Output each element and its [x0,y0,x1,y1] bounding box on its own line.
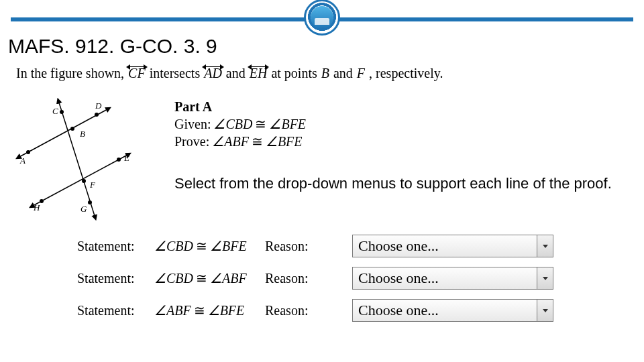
segment-AD: AD [204,66,222,81]
logo-inner-icon [311,6,333,29]
segment-EH: EH [250,66,268,81]
reason-label: Reason: [265,303,325,318]
point-B: B [321,66,329,81]
congruent-symbol: ≅ [252,133,263,149]
proof-row: Statement: ∠CBD ≅ ∠ABF Reason: Choose on… [77,267,627,290]
chevron-down-icon [537,267,553,289]
given-rhs: ∠BFE [269,116,306,132]
svg-point-8 [82,179,86,183]
district-logo [304,0,340,36]
dropdown-value: Choose one... [358,302,439,319]
congruent-symbol: ≅ [196,238,207,254]
congruent-symbol: ≅ [196,270,207,286]
line-over-icon [203,63,223,70]
given-label: Given: [174,117,211,132]
given-lhs: ∠CBD [213,116,252,132]
line-over-icon [127,63,147,70]
svg-point-6 [95,113,99,117]
statement-rhs: ∠BFE [208,302,245,318]
statement-rhs: ∠BFE [210,238,247,254]
part-a-block: Part A Given: ∠CBD ≅ ∠BFE Prove: ∠ABF ≅ … [174,99,306,151]
svg-line-1 [32,154,129,206]
stem-text-2: intersects [150,66,201,81]
reason-label: Reason: [265,271,325,286]
part-a-title: Part A [174,99,306,115]
fig-label-F: F [89,180,96,190]
chevron-down-icon [537,235,553,257]
chevron-down-icon [537,300,553,321]
stem-text-3: and [226,66,246,81]
stem-text-4: at points [271,66,317,81]
svg-point-3 [26,150,30,154]
segment-CF: CF [128,66,146,81]
dropdown-value: Choose one... [358,237,439,255]
fig-label-H: H [33,202,40,213]
stem-text-5: and [333,66,353,81]
proof-row: Statement: ∠CBD ≅ ∠BFE Reason: Choose on… [77,235,627,257]
statement-rhs: ∠ABF [210,270,247,286]
reason-dropdown-3[interactable]: Choose one... [352,299,553,322]
statement-label: Statement: [77,303,154,318]
svg-point-5 [60,110,64,114]
proof-table: Statement: ∠CBD ≅ ∠BFE Reason: Choose on… [77,235,627,331]
geometry-figure: A B C D E F H G [8,94,149,221]
problem-stem: In the figure shown, CF intersects AD an… [16,66,443,81]
dropdown-value: Choose one... [358,269,439,287]
prove-lhs: ∠ABF [212,133,249,149]
proof-row: Statement: ∠ABF ≅ ∠BFE Reason: Choose on… [77,299,627,322]
fig-label-E: E [123,153,129,163]
statement-lhs: ∠CBD [154,238,193,254]
congruent-symbol: ≅ [255,116,266,132]
reason-dropdown-2[interactable]: Choose one... [352,267,553,290]
fig-label-C: C [52,106,58,116]
svg-line-2 [58,101,95,218]
fig-label-D: D [95,101,102,111]
fig-label-G: G [80,204,87,214]
svg-point-9 [40,199,44,203]
reason-dropdown-1[interactable]: Choose one... [352,235,553,257]
svg-point-10 [88,200,92,204]
fig-label-A: A [19,156,25,166]
fig-label-B: B [80,129,85,139]
line-over-icon [248,63,269,70]
statement-label: Statement: [77,271,154,286]
reason-label: Reason: [265,239,325,254]
statement-label: Statement: [77,239,154,254]
svg-point-7 [117,158,121,162]
svg-point-4 [70,127,74,131]
slide-header [0,0,644,35]
prove-rhs: ∠BFE [266,133,303,149]
prove-label: Prove: [174,134,209,149]
point-F: F [357,66,365,81]
standard-code: MAFS. 912. G-CO. 3. 9 [8,35,217,58]
congruent-symbol: ≅ [194,302,205,318]
statement-lhs: ∠CBD [154,270,193,286]
statement-lhs: ∠ABF [154,302,191,318]
instruction-text: Select from the drop-down menus to suppo… [174,174,631,193]
stem-text-6: , respectively. [369,66,443,81]
stem-text-1: In the figure shown, [16,66,124,81]
